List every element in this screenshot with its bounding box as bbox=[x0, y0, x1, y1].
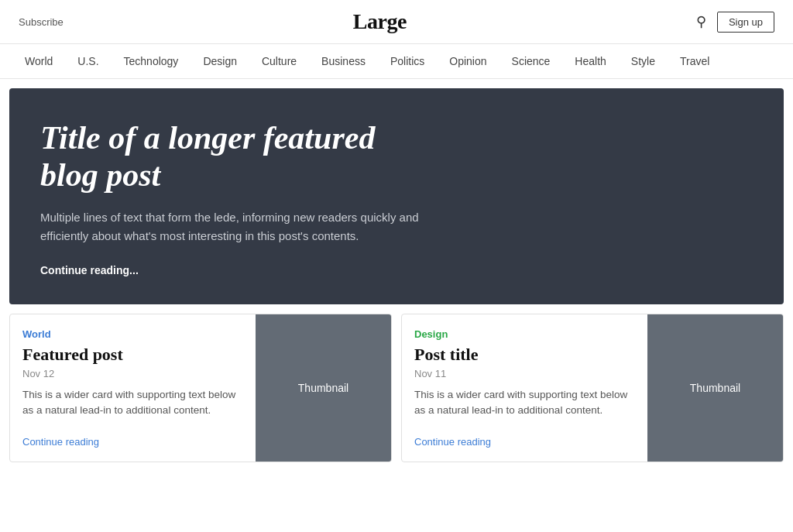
card-thumbnail-0: Thumbnail bbox=[256, 314, 391, 462]
card-title-1: Post title bbox=[414, 345, 635, 365]
nav-item-science[interactable]: Science bbox=[499, 44, 563, 78]
nav-item-business[interactable]: Business bbox=[309, 44, 378, 78]
card-category-0: World bbox=[22, 328, 243, 340]
card-continue-link-0[interactable]: Continue reading bbox=[22, 436, 243, 448]
card-title-0: Featured post bbox=[22, 345, 243, 365]
card-continue-link-1[interactable]: Continue reading bbox=[414, 436, 635, 448]
nav-item-opinion[interactable]: Opinion bbox=[437, 44, 499, 78]
cards-row: World Featured post Nov 12 This is a wid… bbox=[9, 314, 784, 462]
nav-item-style[interactable]: Style bbox=[619, 44, 668, 78]
card-category-1: Design bbox=[414, 328, 635, 340]
card-0: World Featured post Nov 12 This is a wid… bbox=[9, 314, 392, 462]
subscribe-link[interactable]: Subscribe bbox=[19, 16, 64, 28]
card-text-1: This is a wider card with supporting tex… bbox=[414, 387, 635, 425]
hero-section: Title of a longer featured blog post Mul… bbox=[9, 88, 784, 304]
search-icon[interactable]: ⚲ bbox=[696, 13, 706, 30]
card-1: Design Post title Nov 11 This is a wider… bbox=[401, 314, 784, 462]
nav-item-design[interactable]: Design bbox=[191, 44, 249, 78]
card-body-0: World Featured post Nov 12 This is a wid… bbox=[10, 314, 256, 462]
hero-title: Title of a longer featured blog post bbox=[40, 119, 427, 194]
top-bar: Subscribe Large ⚲ Sign up bbox=[0, 0, 793, 44]
hero-continue-link[interactable]: Continue reading... bbox=[40, 264, 139, 276]
signup-button[interactable]: Sign up bbox=[717, 12, 774, 33]
card-body-1: Design Post title Nov 11 This is a wider… bbox=[402, 314, 647, 462]
nav-item-politics[interactable]: Politics bbox=[378, 44, 437, 78]
main-nav: WorldU.S.TechnologyDesignCultureBusiness… bbox=[0, 44, 793, 79]
card-date-1: Nov 11 bbox=[414, 368, 635, 379]
card-thumbnail-1: Thumbnail bbox=[647, 314, 783, 462]
card-date-0: Nov 12 bbox=[22, 368, 243, 379]
nav-item-health[interactable]: Health bbox=[562, 44, 618, 78]
nav-item-culture[interactable]: Culture bbox=[249, 44, 309, 78]
nav-item-u.s.[interactable]: U.S. bbox=[65, 44, 111, 78]
nav-item-world[interactable]: World bbox=[12, 44, 65, 78]
site-title: Large bbox=[353, 9, 407, 34]
hero-lede: Multiple lines of text that form the led… bbox=[40, 208, 420, 245]
card-text-0: This is a wider card with supporting tex… bbox=[22, 387, 243, 425]
top-bar-actions: ⚲ Sign up bbox=[696, 12, 774, 33]
nav-item-travel[interactable]: Travel bbox=[668, 44, 722, 78]
nav-item-technology[interactable]: Technology bbox=[112, 44, 191, 78]
